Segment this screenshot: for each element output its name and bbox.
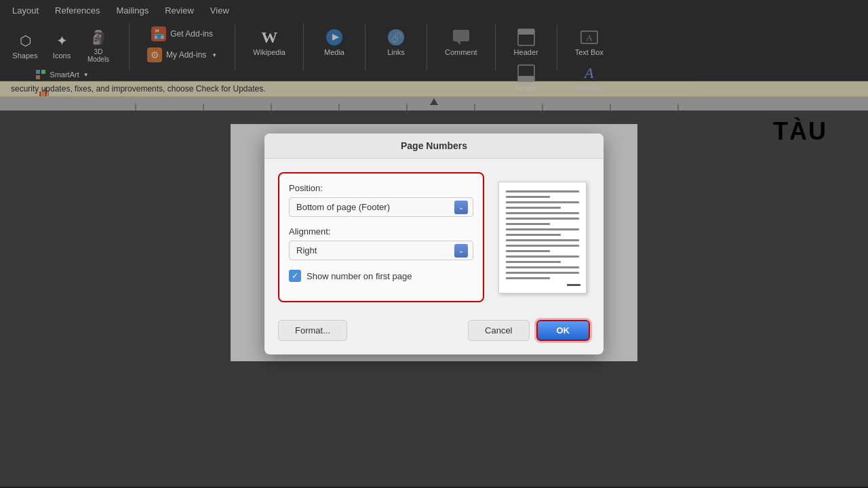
preview-line-11 — [506, 245, 579, 247]
preview-line-1 — [506, 190, 579, 192]
preview-line-13 — [506, 256, 579, 258]
dialog-body: Position: Bottom of page (Footer) Top of… — [264, 159, 604, 316]
dialog-footer: Format... Cancel OK — [264, 316, 604, 354]
dialog-form: Position: Bottom of page (Footer) Top of… — [278, 172, 484, 302]
show-number-checkbox[interactable]: ✓ — [289, 270, 301, 282]
preview-line-9 — [506, 234, 561, 236]
alignment-label: Alignment: — [289, 226, 473, 237]
preview-line-8 — [506, 228, 579, 230]
preview-num-block — [567, 284, 580, 286]
preview-line-7 — [506, 223, 550, 225]
preview-line-17 — [506, 277, 550, 279]
preview-line-10 — [506, 239, 579, 241]
preview-line-2 — [506, 196, 550, 198]
checkbox-row: ✓ Show number on first page — [289, 270, 473, 282]
preview-line-16 — [506, 272, 579, 274]
preview-line-3 — [506, 201, 579, 203]
dialog-preview — [495, 172, 590, 302]
position-select[interactable]: Bottom of page (Footer) Top of page (Hea… — [289, 197, 473, 217]
preview-line-5 — [506, 212, 579, 214]
position-label: Position: — [289, 183, 473, 193]
preview-line-6 — [506, 218, 579, 220]
preview-line-14 — [506, 261, 561, 263]
alignment-select-wrapper: Right Left Center Inside Outside ⌄ — [289, 241, 473, 260]
page-numbers-dialog: Page Numbers Position: Bottom of page (F… — [264, 134, 604, 354]
preview-page-number — [499, 284, 586, 286]
ok-button[interactable]: OK — [536, 320, 591, 341]
preview-lines — [506, 190, 579, 279]
position-select-wrapper: Bottom of page (Footer) Top of page (Hea… — [289, 197, 473, 217]
preview-line-12 — [506, 250, 550, 252]
cancel-button[interactable]: Cancel — [468, 320, 529, 341]
format-button[interactable]: Format... — [278, 320, 347, 341]
preview-line-4 — [506, 207, 561, 209]
alignment-select[interactable]: Right Left Center Inside Outside — [289, 241, 473, 260]
page-preview-box — [498, 182, 587, 293]
checkbox-label: Show number on first page — [307, 271, 412, 281]
dialog-title: Page Numbers — [264, 134, 604, 159]
preview-line-15 — [506, 266, 579, 268]
dialog-overlay: Page Numbers Position: Bottom of page (F… — [0, 0, 868, 488]
